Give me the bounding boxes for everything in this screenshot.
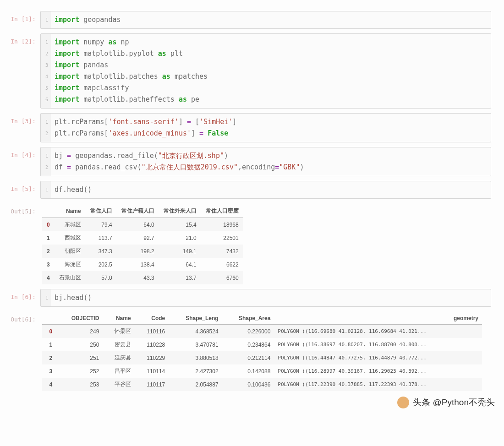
code-token: as	[162, 72, 170, 81]
code-token: as	[158, 49, 166, 58]
code-token: )	[224, 152, 228, 160]
cell-value: 110116	[135, 325, 169, 338]
cell-value: 21.0	[159, 231, 201, 245]
code-token: 'SimHei'	[199, 118, 232, 126]
column-header: OBJECTID	[56, 312, 103, 325]
line-number: 1	[44, 37, 48, 48]
cell-value: 347.3	[86, 245, 117, 258]
table-row: 1250密云县1102283.4707810.234864POLYGON ((1…	[42, 338, 482, 351]
code-cell[interactable]: 123456import numpy as npimport matplotli…	[40, 33, 491, 109]
cell-value: 251	[56, 351, 103, 364]
code-cell[interactable]: 1bj.head()	[40, 289, 491, 307]
code-line: bj = geopandas.read_file("北京行政区划.shp")	[55, 150, 304, 162]
code-token: mpatches	[170, 72, 208, 81]
code-line: import matplotlib.pyplot as plt	[55, 48, 208, 60]
cell-value: 253	[56, 378, 103, 391]
cell-value: 7432	[201, 245, 243, 258]
cell-value: 0.234864	[222, 338, 274, 351]
row-index: 4	[42, 378, 56, 391]
code-cell[interactable]: 12plt.rcParams['font.sans-serif'] = ['Si…	[40, 113, 491, 142]
cell-value: 4.368524	[169, 325, 222, 338]
notebook-cell: In [3]:12plt.rcParams['font.sans-serif']…	[0, 113, 504, 142]
code-token: df	[55, 163, 67, 171]
code-token: as	[108, 38, 116, 46]
line-gutter: 1	[41, 11, 51, 28]
code-text[interactable]: bj = geopandas.read_file("北京行政区划.shp")df…	[51, 147, 308, 176]
cell-value: 东城区	[55, 218, 86, 232]
code-token: matplotlib.patheffects	[79, 95, 179, 103]
code-text[interactable]: import geopandas	[51, 11, 126, 28]
code-token: False	[208, 129, 228, 137]
code-cell[interactable]: 1df.head()	[40, 181, 491, 199]
cell-value: 3.470781	[169, 338, 222, 351]
table-row: 3海淀区202.5138.464.16622	[42, 258, 243, 271]
line-gutter: 123456	[41, 34, 51, 108]
code-token: mapclassify	[79, 84, 129, 92]
code-cell[interactable]: 1import geopandas	[40, 11, 491, 29]
code-token: plt	[166, 49, 183, 58]
column-header: 常住人口	[86, 204, 117, 218]
cell-value: 3.880518	[169, 351, 222, 364]
line-number: 2	[44, 162, 48, 173]
table-row: 2朝阳区347.3198.2149.17432	[42, 245, 243, 258]
code-text[interactable]: df.head()	[51, 181, 96, 198]
notebook-cell: In [6]:1bj.head()	[0, 289, 504, 307]
cell-value: 57.0	[86, 271, 117, 284]
code-token: numpy	[79, 38, 108, 46]
code-line: import geopandas	[55, 14, 121, 26]
cell-value: 110228	[135, 338, 169, 351]
code-token: ,encoding	[238, 163, 275, 171]
line-number: 5	[44, 82, 48, 94]
cell-value: 149.1	[159, 245, 201, 258]
cell-value: POLYGON ((116.28997 40.39167, 116.29023 …	[274, 364, 482, 378]
code-token: [	[191, 118, 199, 126]
code-token	[203, 129, 208, 137]
line-number: 2	[44, 128, 48, 139]
code-line: import matplotlib.patches as mpatches	[55, 71, 208, 82]
notebook-cell: Out[5]:Name常住人口常住户籍人口常住外来人口常住人口密度0东城区79.…	[0, 203, 504, 284]
code-cell[interactable]: 12bj = geopandas.read_file("北京行政区划.shp")…	[40, 147, 491, 176]
line-number: 2	[44, 48, 48, 60]
cell-value: POLYGON ((116.44847 40.77275, 116.44879 …	[274, 351, 482, 364]
code-token: =	[187, 118, 191, 126]
code-line: df.head()	[55, 184, 92, 196]
code-token: ]	[232, 118, 236, 126]
output-prompt: Out[5]:	[0, 203, 40, 215]
line-number: 4	[44, 71, 48, 82]
index-header	[42, 204, 55, 218]
code-text[interactable]: plt.rcParams['font.sans-serif'] = ['SimH…	[51, 114, 241, 142]
code-token: =	[67, 163, 71, 171]
code-token: matplotlib.patches	[79, 72, 162, 81]
line-gutter: 12	[41, 114, 51, 142]
line-number: 1	[44, 150, 48, 162]
code-token: import	[55, 95, 79, 103]
code-token: import	[55, 72, 79, 81]
line-gutter: 1	[41, 181, 51, 198]
cell-value: 15.4	[159, 218, 201, 232]
input-prompt: In [2]:	[0, 33, 40, 45]
code-token: "北京行政区划.shp"	[158, 152, 224, 160]
code-line: bj.head()	[55, 292, 92, 304]
line-gutter: 1	[41, 289, 51, 306]
code-line: df = pandas.read_csv("北京常住人口数据2019.csv",…	[55, 162, 304, 173]
notebook-cell: In [1]:1import geopandas	[0, 11, 504, 29]
code-token: 'axes.unicode_minus'	[108, 129, 191, 137]
code-line: import numpy as np	[55, 37, 208, 48]
code-text[interactable]: import numpy as npimport matplotlib.pypl…	[51, 34, 212, 108]
dataframe-table: OBJECTIDNameCodeShape_LengShape_Areageom…	[42, 312, 482, 391]
code-token: =	[67, 152, 71, 160]
cell-value: 64.0	[117, 218, 159, 232]
row-index: 1	[42, 231, 55, 245]
cell-value: 252	[56, 364, 103, 378]
cell-value: 海淀区	[55, 258, 86, 271]
cell-value: 13.7	[159, 271, 201, 284]
code-token: geopandas.read_file(	[71, 152, 158, 160]
code-token: "北京常住人口数据2019.csv"	[142, 163, 238, 171]
input-prompt: In [3]:	[0, 113, 40, 125]
code-token: import	[55, 16, 79, 24]
table-row: 4253平谷区1101172.0548870.100436POLYGON ((1…	[42, 378, 482, 391]
cell-value: 22501	[201, 231, 243, 245]
row-index: 3	[42, 364, 56, 378]
code-token: )	[300, 163, 304, 171]
code-text[interactable]: bj.head()	[51, 289, 96, 306]
